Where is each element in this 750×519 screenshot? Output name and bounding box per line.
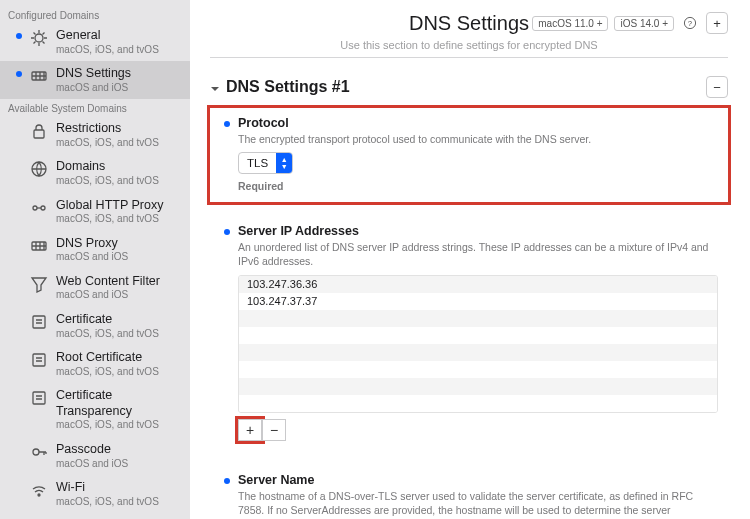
section-title: DNS Settings #1 <box>226 78 350 96</box>
svg-rect-9 <box>33 392 45 404</box>
change-dot <box>16 71 22 77</box>
server-ip-group: Server IP Addresses An unordered list of… <box>210 216 728 450</box>
help-icon: ? <box>683 16 697 30</box>
lock-icon <box>30 122 48 140</box>
sidebar-item-restrictions[interactable]: RestrictionsmacOS, iOS, and tvOS <box>0 116 190 154</box>
wifi-icon <box>30 481 48 499</box>
sidebar-item-label: DNS Proxy <box>56 236 128 252</box>
svg-point-4 <box>33 206 37 210</box>
cert-icon <box>30 313 48 331</box>
proxy-icon <box>30 199 48 217</box>
sidebar-item-general[interactable]: GeneralmacOS, iOS, and tvOS <box>0 23 190 61</box>
protocol-label: Protocol <box>238 116 718 130</box>
cert-icon <box>30 351 48 369</box>
sidebar-item-root-certificate[interactable]: Root CertificatemacOS, iOS, and tvOS <box>0 345 190 383</box>
add-payload-button[interactable]: + <box>706 12 728 34</box>
change-dot <box>16 33 22 39</box>
chevron-down-icon <box>210 82 220 92</box>
protocol-group: Protocol The encrypted transport protoco… <box>210 108 728 202</box>
svg-point-0 <box>35 34 43 42</box>
sidebar-item-global-http-proxy[interactable]: Global HTTP ProxymacOS, iOS, and tvOS <box>0 193 190 231</box>
ip-row[interactable]: 103.247.37.37 <box>239 293 717 310</box>
sidebar-item-sub: macOS, iOS, and tvOS <box>56 175 159 188</box>
sidebar-item-sub: macOS, iOS, and tvOS <box>56 137 159 150</box>
sidebar-item-sub: macOS, iOS, and tvOS <box>56 328 159 341</box>
dns-icon <box>30 237 48 255</box>
sidebar: Configured Domains GeneralmacOS, iOS, an… <box>0 0 190 519</box>
ip-row[interactable]: 103.247.36.36 <box>239 276 717 293</box>
server-ip-desc: An unordered list of DNS server IP addre… <box>238 240 718 268</box>
protocol-desc: The encrypted transport protocol used to… <box>238 132 718 146</box>
protocol-value: TLS <box>239 157 276 169</box>
svg-rect-2 <box>34 130 44 138</box>
sidebar-item-label: Root Certificate <box>56 350 159 366</box>
main-header: DNS Settings Use this section to define … <box>210 12 728 51</box>
ip-row[interactable] <box>239 395 717 412</box>
change-indicator <box>224 478 230 484</box>
cert-icon <box>30 389 48 407</box>
sidebar-item-sub: macOS, iOS, and tvOS <box>56 496 159 509</box>
ip-row[interactable] <box>239 327 717 344</box>
sidebar-item-sub: macOS and iOS <box>56 251 128 264</box>
sidebar-header-available: Available System Domains <box>0 99 190 116</box>
remove-section-button[interactable]: − <box>706 76 728 98</box>
sidebar-item-sub: macOS, iOS, and tvOS <box>56 419 182 432</box>
pill-ios[interactable]: iOS 14.0 + <box>614 16 674 31</box>
sidebar-item-sub: macOS, iOS, and tvOS <box>56 44 159 57</box>
sidebar-item-sub: macOS and iOS <box>56 458 128 471</box>
add-ip-button[interactable]: + <box>238 419 262 441</box>
sidebar-item-label: Global HTTP Proxy <box>56 198 163 214</box>
dropdown-arrows-icon: ▲▼ <box>276 153 292 173</box>
sidebar-item-label: Web Content Filter <box>56 274 160 290</box>
sidebar-item-certificate-transparency[interactable]: Certificate TransparencymacOS, iOS, and … <box>0 383 190 437</box>
svg-point-10 <box>33 449 39 455</box>
sidebar-item-label: General <box>56 28 159 44</box>
remove-ip-button[interactable]: − <box>262 419 286 441</box>
page-subtitle: Use this section to define settings for … <box>210 39 728 51</box>
sidebar-item-certificate[interactable]: CertificatemacOS, iOS, and tvOS <box>0 307 190 345</box>
globe-icon <box>30 160 48 178</box>
sidebar-item-passcode[interactable]: PasscodemacOS and iOS <box>0 437 190 475</box>
help-button[interactable]: ? <box>680 13 700 33</box>
sidebar-item-label: DNS Settings <box>56 66 131 82</box>
sidebar-item-label: Restrictions <box>56 121 159 137</box>
svg-point-11 <box>38 494 40 496</box>
ip-row[interactable] <box>239 378 717 395</box>
sidebar-item-label: Domains <box>56 159 159 175</box>
server-name-desc: The hostname of a DNS-over-TLS server us… <box>238 489 718 519</box>
sidebar-item-sub: macOS, iOS, and tvOS <box>56 366 159 379</box>
sidebar-item-label: Passcode <box>56 442 128 458</box>
gear-icon <box>30 29 48 47</box>
server-ip-label: Server IP Addresses <box>238 224 718 238</box>
sidebar-item-label: Certificate Transparency <box>56 388 182 419</box>
protocol-select[interactable]: TLS ▲▼ <box>238 152 293 174</box>
sidebar-header-configured: Configured Domains <box>0 6 190 23</box>
svg-point-5 <box>41 206 45 210</box>
server-name-label: Server Name <box>238 473 718 487</box>
sidebar-item-web-content-filter[interactable]: Web Content FiltermacOS and iOS <box>0 269 190 307</box>
sidebar-item-sub: macOS, iOS, and tvOS <box>56 213 163 226</box>
svg-rect-7 <box>33 316 45 328</box>
ip-row[interactable] <box>239 344 717 361</box>
sidebar-item-dns-proxy[interactable]: DNS ProxymacOS and iOS <box>0 231 190 269</box>
server-ip-table[interactable]: 103.247.36.36103.247.37.37 <box>238 275 718 413</box>
ip-row[interactable] <box>239 310 717 327</box>
sidebar-item-wi-fi[interactable]: Wi-FimacOS, iOS, and tvOS <box>0 475 190 513</box>
sidebar-item-sub: macOS and iOS <box>56 289 160 302</box>
svg-text:?: ? <box>688 19 692 28</box>
dns-icon <box>30 67 48 85</box>
ip-row[interactable] <box>239 361 717 378</box>
funnel-icon <box>30 275 48 293</box>
section-header[interactable]: DNS Settings #1 − <box>210 76 728 98</box>
protocol-required: Required <box>238 180 718 192</box>
sidebar-item-vpn[interactable]: VPNmacOS, iOS, and tvOS <box>0 513 190 519</box>
sidebar-item-dns-settings[interactable]: DNS SettingsmacOS and iOS <box>0 61 190 99</box>
sidebar-item-domains[interactable]: DomainsmacOS, iOS, and tvOS <box>0 154 190 192</box>
sidebar-item-sub: macOS and iOS <box>56 82 131 95</box>
server-name-group: Server Name The hostname of a DNS-over-T… <box>210 465 728 519</box>
sidebar-item-label: Certificate <box>56 312 159 328</box>
change-indicator <box>224 121 230 127</box>
key-icon <box>30 443 48 461</box>
sidebar-item-label: Wi-Fi <box>56 480 159 496</box>
pill-macos[interactable]: macOS 11.0 + <box>532 16 608 31</box>
